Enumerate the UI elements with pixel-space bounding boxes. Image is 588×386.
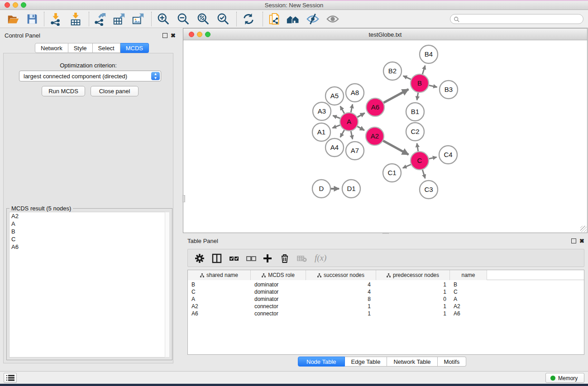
splitter-handle[interactable] — [182, 195, 185, 202]
add-column-icon[interactable] — [262, 253, 273, 264]
import-table-icon[interactable] — [69, 12, 82, 26]
float-panel-icon[interactable] — [163, 33, 167, 38]
tab-network[interactable]: Network — [35, 43, 68, 53]
tab-network-table[interactable]: Network Table — [387, 357, 437, 367]
select-all-icon[interactable] — [229, 253, 239, 264]
column-header-successor-nodes[interactable]: successor nodes — [306, 270, 376, 280]
scrollbar[interactable] — [165, 212, 170, 357]
tab-mcds[interactable]: MCDS — [120, 43, 149, 53]
graph-edge-A-A5[interactable] — [340, 106, 344, 114]
import-network-icon[interactable] — [49, 12, 62, 26]
tab-select[interactable]: Select — [93, 43, 120, 53]
mcds-result-item[interactable]: C — [10, 235, 165, 243]
export-network-icon[interactable] — [93, 12, 107, 26]
mcds-result-item[interactable]: A2 — [10, 212, 165, 220]
status-bar: Memory — [0, 371, 588, 384]
eye-slash-icon[interactable] — [306, 12, 320, 26]
graph-edge-A-A4[interactable] — [340, 130, 344, 137]
zoom-selected-icon[interactable] — [216, 12, 230, 26]
graph-edge-B-B2[interactable] — [403, 76, 411, 80]
deselect-all-icon[interactable] — [246, 253, 257, 264]
toolbar-separator — [151, 12, 152, 26]
graph-node-label: A3 — [318, 107, 326, 115]
criterion-select[interactable]: largest connected component (directed) ▲… — [19, 71, 161, 81]
export-table-icon[interactable] — [112, 12, 126, 26]
tab-motifs[interactable]: Motifs — [438, 357, 467, 367]
mcds-result-item[interactable]: B — [10, 228, 165, 235]
table-row[interactable]: Bdominator41B — [188, 281, 584, 288]
table-header-row: shared nameMCDS rolesuccessor nodesprede… — [188, 270, 584, 280]
zoom-fit-icon[interactable] — [196, 12, 210, 26]
close-panel-button[interactable]: Close panel — [91, 86, 139, 96]
table-panel-title: Table Panel — [187, 238, 218, 244]
tab-edge-table[interactable]: Edge Table — [345, 357, 387, 367]
main-toolbar — [0, 10, 588, 28]
column-header-MCDS-role[interactable]: MCDS role — [251, 270, 306, 280]
column-header-predecessor-nodes[interactable]: predecessor nodes — [376, 270, 450, 280]
graph-node-label: C3 — [424, 186, 433, 193]
float-panel-icon[interactable] — [571, 238, 576, 243]
houses-icon[interactable] — [286, 12, 300, 26]
task-history-button[interactable] — [4, 373, 17, 383]
graph-edge-B-B3[interactable] — [429, 85, 437, 87]
table-row[interactable]: Adominator80A — [188, 295, 584, 303]
zoom-out-icon[interactable] — [177, 12, 190, 26]
table-row[interactable]: A2connector11A2 — [188, 303, 584, 310]
graph-edge-A6-B[interactable] — [383, 89, 408, 103]
column-layout-icon[interactable] — [211, 253, 222, 264]
graph-edge-A-A7[interactable] — [351, 131, 353, 139]
mcds-result-item[interactable]: A — [10, 220, 165, 228]
network-canvas[interactable]: A5A8A6A3AA1A2A4A7B4B2BB3B1C2C4CC1C3DD1 — [183, 40, 587, 233]
table-row[interactable]: A6connector11A6 — [188, 310, 584, 317]
mcds-result-item[interactable]: A6 — [10, 243, 165, 251]
zoom-in-icon[interactable] — [157, 12, 170, 26]
mcds-result-list[interactable]: A2ABCA6 — [9, 212, 165, 357]
table-cell: dominator — [254, 288, 278, 295]
table-cell: dominator — [254, 295, 278, 303]
table-cell: A — [191, 295, 195, 303]
network-window-titlebar[interactable]: testGlobe.txt — [183, 29, 587, 40]
graph-node-label: B2 — [388, 67, 397, 75]
table-row[interactable]: Cdominator41C — [188, 288, 584, 295]
network-window-title: testGlobe.txt — [183, 31, 587, 38]
graph-edge-C-C3[interactable] — [422, 170, 425, 178]
graph-edge-C-C2[interactable] — [417, 143, 418, 152]
graph-edge-A-A3[interactable] — [333, 115, 340, 118]
tab-node-table[interactable]: Node Table — [298, 357, 345, 367]
graph-edge-C-C4[interactable] — [429, 157, 437, 159]
column-type-icon — [200, 273, 204, 277]
search-input[interactable] — [450, 14, 583, 24]
graph-edge-A-A2[interactable] — [357, 126, 364, 130]
run-mcds-button[interactable]: Run MCDS — [42, 86, 85, 96]
graph-edge-C-C1[interactable] — [403, 164, 411, 168]
open-session-icon[interactable] — [6, 12, 20, 26]
graph-edge-B-B1[interactable] — [417, 93, 418, 100]
function-builder-icon[interactable]: f(x) — [315, 253, 326, 263]
graph-edge-A-A8[interactable] — [351, 104, 353, 112]
column-header-name[interactable]: name — [450, 270, 487, 280]
network-graph[interactable]: A5A8A6A3AA1A2A4A7B4B2BB3B1C2C4CC1C3DD1 — [183, 40, 587, 233]
table-cell: 4 — [353, 288, 371, 295]
table-cell: A6 — [191, 310, 198, 317]
graph-edge-A-A1[interactable] — [332, 125, 340, 128]
delete-table-icon[interactable] — [296, 253, 307, 264]
close-panel-icon[interactable]: ✖ — [579, 238, 584, 243]
tab-style[interactable]: Style — [68, 43, 93, 53]
close-panel-icon[interactable]: ✖ — [171, 33, 176, 38]
table-cell: 1 — [428, 281, 446, 288]
control-panel: Control Panel ✖ Network Style Select MCD… — [0, 28, 177, 371]
resize-grip[interactable] — [580, 226, 587, 232]
export-image-icon[interactable] — [131, 12, 145, 26]
graph-node-label: A8 — [351, 89, 359, 96]
clone-network-icon[interactable] — [268, 12, 282, 26]
graph-edge-A-A6[interactable] — [357, 113, 364, 117]
eye-icon[interactable] — [326, 12, 339, 26]
gear-icon[interactable] — [194, 253, 205, 264]
delete-column-icon[interactable] — [279, 253, 290, 264]
refresh-icon[interactable] — [242, 12, 255, 26]
column-header-shared-name[interactable]: shared name — [188, 270, 251, 280]
memory-button[interactable]: Memory — [545, 373, 584, 383]
save-session-icon[interactable] — [25, 12, 39, 26]
graph-edge-A2-C[interactable] — [383, 141, 408, 155]
graph-edge-B-B4[interactable] — [422, 66, 425, 74]
